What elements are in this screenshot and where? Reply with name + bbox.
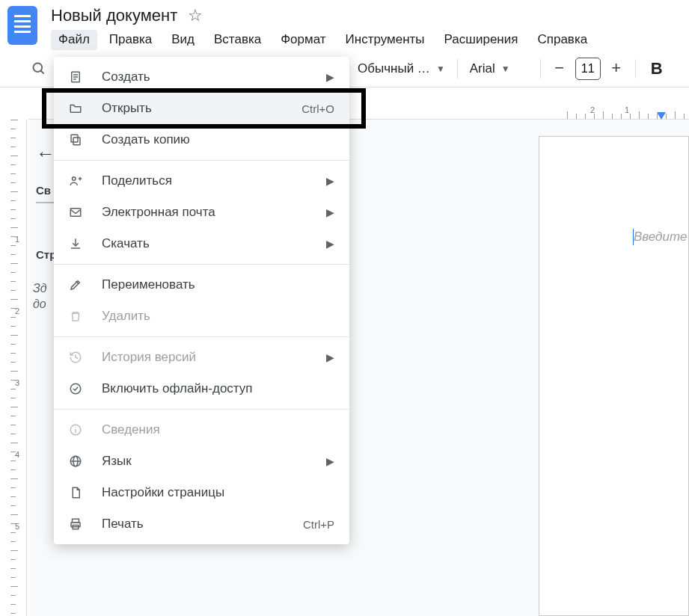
copy-icon — [69, 133, 88, 147]
star-icon[interactable]: ☆ — [188, 6, 203, 25]
ruler-label: 5 — [15, 522, 19, 531]
menu-item-label: Создать копию — [102, 132, 334, 147]
menubar-item-формат[interactable]: Формат — [273, 30, 333, 50]
menu-item-1[interactable]: ОткрытьCtrl+O — [54, 93, 349, 124]
ruler-label: 4 — [15, 450, 19, 459]
menu-item-9: Удалить — [54, 301, 349, 332]
page-icon — [69, 486, 88, 499]
share-icon — [69, 174, 88, 188]
ruler-label: 1 — [15, 235, 19, 244]
menubar: ФайлПравкаВидВставкаФорматИнструментыРас… — [51, 30, 682, 50]
history-icon — [69, 351, 88, 364]
ruler-label: 1 — [625, 105, 629, 114]
menu-item-0[interactable]: Создать▶ — [54, 61, 349, 93]
outline-note-line: до — [33, 298, 46, 310]
menu-item-label: Создать — [102, 70, 326, 84]
menu-item-label: Сведения — [102, 422, 334, 437]
indent-marker[interactable] — [657, 112, 666, 120]
print-icon — [69, 517, 88, 531]
header: Новый документ ☆ ФайлПравкаВидВставкаФор… — [0, 0, 689, 50]
menu-separator — [54, 264, 349, 265]
svg-point-14 — [70, 384, 81, 394]
menu-item-15[interactable]: Язык▶ — [54, 446, 349, 477]
separator — [457, 59, 458, 78]
menu-item-2[interactable]: Создать копию — [54, 124, 349, 155]
svg-rect-7 — [71, 135, 78, 142]
chevron-down-icon: ▼ — [436, 64, 445, 74]
menu-item-4[interactable]: Поделиться▶ — [54, 165, 349, 197]
menu-item-12[interactable]: Включить офлайн-доступ — [54, 373, 349, 404]
chevron-right-icon: ▶ — [326, 206, 334, 218]
page-placeholder: Введите — [634, 230, 688, 244]
menu-item-16[interactable]: Настройки страницы — [54, 477, 349, 508]
menu-separator — [54, 160, 349, 161]
font-size-input[interactable] — [575, 58, 601, 80]
title-area: Новый документ ☆ ФайлПравкаВидВставкаФор… — [51, 6, 682, 50]
info-icon — [69, 423, 88, 437]
svg-point-17 — [75, 427, 76, 428]
search-icon[interactable] — [24, 54, 54, 84]
menubar-item-инструменты[interactable]: Инструменты — [338, 30, 432, 50]
menu-item-11: История версий▶ — [54, 342, 349, 373]
download-icon — [69, 237, 88, 250]
menu-item-label: Скачать — [102, 236, 326, 251]
menubar-item-файл[interactable]: Файл — [51, 30, 97, 50]
svg-rect-6 — [73, 138, 80, 145]
summary-heading: Св — [36, 184, 51, 197]
menu-item-label: Открыть — [102, 101, 301, 116]
menubar-item-вид[interactable]: Вид — [164, 30, 202, 50]
docs-app-icon[interactable] — [7, 6, 37, 45]
decrease-font-button[interactable]: − — [548, 58, 571, 80]
menu-item-14: Сведения — [54, 414, 349, 446]
document-page[interactable]: Введите — [539, 136, 689, 616]
document-title[interactable]: Новый документ — [51, 6, 177, 25]
increase-font-button[interactable]: + — [605, 58, 628, 80]
chevron-down-icon: ▼ — [501, 64, 510, 74]
ruler-label: 2 — [590, 105, 595, 114]
menubar-item-вставка[interactable]: Вставка — [206, 30, 269, 50]
doc-icon — [69, 70, 88, 84]
menu-separator — [54, 336, 349, 337]
chevron-right-icon: ▶ — [326, 455, 334, 467]
chevron-right-icon: ▶ — [326, 175, 334, 187]
menu-item-17[interactable]: ПечатьCtrl+P — [54, 508, 349, 540]
mail-icon — [69, 206, 88, 219]
font-family-label: Arial — [470, 61, 495, 76]
menu-item-label: История версий — [102, 350, 326, 365]
vertical-ruler[interactable]: 12345 — [10, 120, 27, 616]
svg-point-0 — [34, 63, 43, 72]
menu-item-label: Настройки страницы — [102, 485, 334, 500]
file-menu-dropdown: Создать▶ОткрытьCtrl+OСоздать копиюПодели… — [54, 57, 349, 544]
paragraph-style-select[interactable]: Обычный … ▼ — [353, 61, 450, 76]
menu-item-shortcut: Ctrl+O — [301, 102, 334, 115]
chevron-right-icon: ▶ — [326, 351, 334, 363]
bold-button[interactable]: B — [643, 55, 670, 82]
chevron-right-icon: ▶ — [326, 238, 334, 250]
menu-item-6[interactable]: Скачать▶ — [54, 228, 349, 259]
back-icon[interactable]: ← — [36, 142, 55, 165]
separator — [540, 59, 541, 78]
menubar-item-правка[interactable]: Правка — [102, 30, 159, 50]
trash-icon — [69, 309, 88, 323]
menu-item-8[interactable]: Переименовать — [54, 269, 349, 301]
menu-item-label: Поделиться — [102, 173, 326, 188]
menu-item-label: Переименовать — [102, 277, 334, 292]
outline-note-line: Зд — [33, 282, 47, 295]
svg-rect-11 — [70, 209, 81, 217]
svg-line-1 — [41, 70, 44, 73]
chevron-right-icon: ▶ — [326, 71, 334, 83]
menubar-item-расширения[interactable]: Расширения — [437, 30, 526, 50]
paragraph-style-label: Обычный … — [358, 61, 430, 76]
menu-item-5[interactable]: Электронная почта▶ — [54, 197, 349, 228]
svg-point-8 — [73, 177, 76, 181]
menu-separator — [54, 409, 349, 410]
font-size-group: − + — [548, 58, 628, 80]
offline-icon — [69, 382, 88, 395]
separator — [635, 59, 636, 78]
ruler-label: 2 — [15, 307, 19, 315]
rename-icon — [69, 278, 88, 292]
menu-item-shortcut: Ctrl+P — [303, 518, 334, 531]
outline-note: Зд до — [33, 281, 47, 312]
menubar-item-справка[interactable]: Справка — [530, 30, 595, 50]
font-family-select[interactable]: Arial ▼ — [465, 61, 533, 76]
